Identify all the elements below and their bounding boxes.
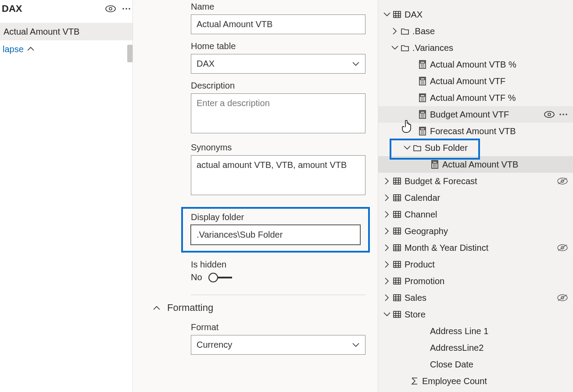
table-node[interactable]: Calendar — [378, 189, 573, 206]
node-label: Product — [405, 260, 435, 270]
calculator-icon — [417, 127, 428, 135]
node-label: Geography — [405, 226, 448, 236]
table-node[interactable]: Promotion — [378, 273, 573, 289]
display-folder-label: Display folder — [191, 212, 360, 222]
chevron-right-icon — [383, 177, 391, 185]
node-label: .Base — [412, 26, 435, 36]
name-input[interactable] — [191, 14, 365, 34]
node-label: Actual Amount VTB % — [430, 60, 516, 70]
collapse-link[interactable]: lapse — [0, 40, 133, 58]
display-folder-input[interactable] — [191, 225, 360, 245]
table-icon — [391, 210, 403, 219]
formatting-label: Formatting — [167, 302, 213, 314]
table-icon — [391, 227, 403, 235]
table-node[interactable]: Sales — [378, 289, 573, 306]
table-icon — [391, 293, 403, 302]
collapse-label: lapse — [3, 44, 24, 54]
table-node[interactable]: Geography — [378, 223, 573, 239]
format-select[interactable]: Currency — [191, 335, 365, 355]
table-icon — [391, 193, 403, 202]
node-label: Month & Year Distinct — [405, 243, 488, 253]
measure-item[interactable]: Actual Amount VTB — [0, 23, 133, 40]
synonyms-input[interactable] — [191, 155, 365, 195]
scrollbar-thumb[interactable] — [127, 45, 133, 62]
table-node[interactable]: Month & Year Distinct — [378, 239, 573, 256]
table-node[interactable]: Channel — [378, 206, 573, 223]
home-table-select[interactable]: DAX — [191, 54, 365, 74]
chevron-right-icon — [383, 193, 391, 202]
node-label: .Variances — [412, 43, 453, 53]
chevron-up-icon — [152, 303, 161, 312]
is-hidden-toggle[interactable] — [209, 277, 232, 278]
name-label: Name — [191, 0, 365, 12]
column-node[interactable]: Close Date — [378, 356, 573, 373]
measure-node[interactable]: Forecast Amount VTB — [378, 123, 573, 139]
table-icon — [391, 243, 403, 252]
hidden-icon — [557, 294, 568, 302]
visibility-icon[interactable] — [544, 110, 555, 118]
more-options-icon[interactable] — [122, 4, 131, 13]
header-title: DAX — [2, 3, 22, 14]
more-icon[interactable] — [559, 110, 568, 119]
node-label: Employee Count — [422, 376, 487, 386]
description-label: Description — [191, 81, 365, 91]
measure-node-selected[interactable]: Actual Amount VTB — [378, 156, 573, 173]
folder-node-variances[interactable]: .Variances — [378, 39, 573, 56]
chevron-up-icon — [26, 45, 35, 53]
table-node-dax[interactable]: DAX — [378, 6, 573, 23]
chevron-down-icon — [351, 60, 360, 68]
chevron-right-icon — [383, 227, 391, 235]
formatting-section-header[interactable]: Formatting — [149, 295, 365, 315]
measure-node[interactable]: Actual Amount VTF % — [378, 89, 573, 106]
chevron-right-icon — [383, 293, 391, 302]
table-node[interactable]: Product — [378, 256, 573, 273]
table-node[interactable]: Budget & Forecast — [378, 173, 573, 189]
measure-node-budget-vtf[interactable]: Budget Amount VTF — [378, 106, 573, 123]
measure-node[interactable]: Actual Amount VTB % — [378, 56, 573, 73]
node-label: Budget Amount VTF — [430, 110, 509, 120]
chevron-right-icon — [383, 243, 391, 252]
column-node-employee-count[interactable]: Employee Count — [378, 373, 573, 389]
description-input[interactable] — [191, 93, 365, 133]
hidden-icon — [557, 177, 568, 185]
measure-node[interactable]: Actual Amount VTF — [378, 73, 573, 89]
chevron-down-icon — [383, 310, 391, 319]
node-label: Sales — [405, 293, 426, 303]
is-hidden-value: No — [191, 272, 202, 282]
chevron-down-icon — [403, 143, 412, 152]
table-icon — [391, 10, 403, 19]
visibility-toggle-icon[interactable] — [105, 5, 116, 13]
sigma-icon — [409, 377, 420, 385]
chevron-right-icon — [383, 277, 391, 285]
node-label: Forecast Amount VTB — [430, 126, 516, 136]
chevron-down-icon — [390, 43, 399, 52]
calculator-icon — [417, 110, 428, 119]
node-label: DAX — [405, 10, 423, 20]
calculator-icon — [417, 77, 428, 86]
calculator-icon — [417, 60, 428, 69]
format-label: Format — [191, 322, 365, 332]
format-value: Currency — [197, 340, 232, 349]
node-label: Channel — [405, 210, 437, 220]
table-node-store[interactable]: Store — [378, 306, 573, 323]
chevron-down-icon — [383, 10, 391, 19]
calculator-icon — [417, 93, 428, 102]
node-label: Budget & Forecast — [405, 176, 477, 186]
node-label: Actual Amount VTF % — [430, 93, 516, 103]
calculator-icon — [429, 160, 440, 169]
node-label: Actual Amount VTF — [430, 76, 505, 86]
table-icon — [391, 177, 403, 185]
folder-node-base[interactable]: .Base — [378, 23, 573, 39]
folder-node-subfolder[interactable]: Sub Folder — [378, 139, 573, 156]
home-table-label: Home table — [191, 41, 365, 51]
node-label: Sub Folder — [425, 143, 468, 153]
column-node[interactable]: Address Line 1 — [378, 323, 573, 339]
chevron-right-icon — [383, 260, 391, 269]
node-label: Store — [405, 310, 426, 320]
hidden-icon — [557, 244, 568, 252]
column-node[interactable]: AddressLine2 — [378, 339, 573, 356]
chevron-right-icon — [390, 27, 399, 36]
node-label: Promotion — [405, 276, 444, 286]
table-icon — [391, 310, 403, 319]
synonyms-label: Synonyms — [191, 143, 365, 153]
